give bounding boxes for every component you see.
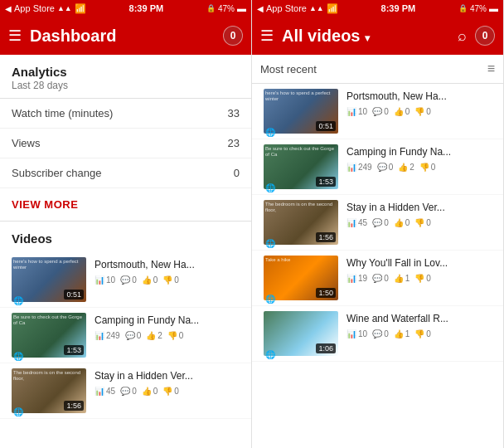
views-stat: 📊10 (346, 107, 367, 116)
right-lock-icon: 🔒 (458, 4, 468, 12)
filter-icon[interactable]: ≡ (487, 61, 495, 76)
video-title: Wine and Waterfall R... (346, 313, 492, 326)
video-stats: 📊10 💬0 👍0 👎0 (94, 275, 240, 285)
globe-icon: 🌐 (13, 407, 23, 416)
chart-icon: 📊 (346, 329, 356, 338)
comments-stat: 💬0 (372, 218, 389, 227)
left-notification-badge[interactable]: 0 (223, 26, 243, 46)
video-title: Portsmouth, New Ha... (94, 259, 240, 272)
view-more-button[interactable]: VIEW MORE (0, 188, 251, 222)
stat-views-value: 23 (228, 137, 240, 149)
globe-icon: 🌐 (265, 128, 275, 137)
right-header: ☰ All videos ▾ ⌕ 0 (252, 17, 503, 55)
video-duration: 1:50 (316, 288, 336, 298)
comment-icon: 💬 (372, 329, 382, 338)
dislikes-stat: 👎0 (167, 331, 184, 340)
right-appstore-label[interactable]: App Store (266, 3, 307, 13)
thumbnail-wrap: here's how to spend a perfect winter 0:5… (12, 257, 86, 302)
comment-icon: 💬 (377, 163, 387, 172)
left-header: ☰ Dashboard 0 (0, 17, 251, 55)
thumbdown-icon: 👎 (414, 329, 424, 338)
thumbnail-wrap: The bedroom is on the second floor, 1:56… (12, 368, 86, 413)
thumbup-icon: 👍 (394, 107, 404, 116)
comment-icon: 💬 (372, 107, 382, 116)
video-duration: 1:06 (316, 343, 336, 353)
left-battery-label: 47% (218, 4, 235, 13)
video-info: Stay in a Hidden Ver... 📊45 💬0 👍0 👎0 (346, 200, 492, 227)
most-recent-label: Most recent (260, 63, 317, 75)
video-info: Why You'll Fall in Lov... 📊19 💬0 👍1 👎0 (346, 256, 492, 283)
video-stats: 📊10 💬0 👍1 👎0 (346, 329, 492, 338)
left-panel: ◀ App Store ▲▲ 📶 8:39 PM 🔒 47% ▬ ☰ Dashb… (0, 0, 252, 448)
analytics-subtitle: Last 28 days (12, 80, 240, 91)
hamburger-icon[interactable]: ☰ (8, 27, 22, 45)
thumbnail-wrap: 1:06 🌐 (264, 311, 338, 356)
likes-stat: 👍0 (142, 387, 158, 396)
video-list-item[interactable]: The bedroom is on the second floor, 1:56… (252, 195, 503, 251)
right-header-title-text: All videos (282, 27, 360, 45)
video-duration: 1:53 (64, 345, 84, 355)
views-stat: 📊10 (94, 275, 115, 285)
left-time: 8:39 PM (129, 3, 164, 13)
thumbdown-icon: 👎 (167, 331, 177, 340)
dislikes-stat: 👎0 (162, 387, 179, 396)
comments-stat: 💬0 (372, 274, 389, 283)
dropdown-arrow-icon[interactable]: ▾ (365, 32, 370, 44)
video-duration: 1:56 (64, 401, 84, 411)
right-notification-badge[interactable]: 0 (475, 26, 495, 46)
video-list-item[interactable]: 1:06 🌐 Wine and Waterfall R... 📊10 💬0 👍1… (252, 306, 503, 362)
chart-icon: 📊 (94, 275, 104, 285)
video-stats: 📊10 💬0 👍0 👎0 (346, 107, 492, 116)
video-list-item[interactable]: Be sure to check out the Gorge of Ca 1:5… (0, 308, 251, 363)
video-info: Portsmouth, New Ha... 📊10 💬0 👍0 👎0 (346, 89, 492, 116)
chart-icon: 📊 (346, 163, 356, 172)
stat-subscriber-label: Subscriber change (12, 167, 101, 179)
thumbdown-icon: 👎 (414, 107, 424, 116)
right-wifi-icon: 📶 (327, 3, 338, 14)
video-duration: 1:53 (316, 177, 336, 187)
right-hamburger-icon[interactable]: ☰ (260, 27, 274, 45)
video-list-item[interactable]: The bedroom is on the second floor, 1:56… (0, 363, 251, 419)
video-list-item[interactable]: Be sure to check out the Gorge of Ca 1:5… (252, 139, 503, 195)
stat-watch-time: Watch time (minutes) 33 (0, 99, 251, 129)
chart-icon: 📊 (346, 274, 356, 283)
likes-stat: 👍2 (398, 163, 414, 172)
video-info: Portsmouth, New Ha... 📊10 💬0 👍0 👎0 (94, 257, 240, 285)
globe-icon: 🌐 (265, 183, 275, 192)
thumbup-icon: 👍 (142, 387, 152, 396)
video-stats: 📊45 💬0 👍0 👎0 (346, 218, 492, 227)
likes-stat: 👍0 (142, 275, 158, 285)
video-title: Stay in a Hidden Ver... (346, 202, 492, 215)
video-info: Stay in a Hidden Ver... 📊45 💬0 👍0 👎0 (94, 368, 240, 396)
right-battery-label: 47% (470, 4, 487, 13)
thumbdown-icon: 👎 (414, 218, 424, 227)
likes-stat: 👍0 (394, 107, 410, 116)
dislikes-stat: 👎0 (414, 329, 431, 338)
signal-icon: ▲▲ (57, 4, 72, 12)
search-icon[interactable]: ⌕ (458, 27, 467, 45)
dislikes-stat: 👎0 (414, 218, 431, 227)
left-appstore-label[interactable]: App Store (14, 3, 55, 13)
video-list-item[interactable]: Take a hike 1:50 🌐 Why You'll Fall in Lo… (252, 251, 503, 306)
video-info: Camping in Fundy Na... 📊249 💬0 👍2 👎0 (346, 144, 492, 172)
right-status-bar: ◀ App Store ▲▲ 📶 8:39 PM 🔒 47% ▬ (252, 0, 503, 17)
chart-icon: 📊 (94, 331, 104, 340)
video-list-item[interactable]: here's how to spend a perfect winter 0:5… (252, 84, 503, 139)
most-recent-bar: Most recent ≡ (252, 55, 503, 84)
stat-subscriber: Subscriber change 0 (0, 158, 251, 188)
video-title: Stay in a Hidden Ver... (94, 370, 240, 383)
thumbup-icon: 👍 (394, 329, 404, 338)
thumbup-icon: 👍 (146, 331, 156, 340)
battery-icon: ▬ (237, 3, 246, 13)
back-arrow-icon: ◀ (5, 4, 12, 13)
video-title: Portsmouth, New Ha... (346, 90, 492, 104)
video-stats: 📊45 💬0 👍0 👎0 (94, 387, 240, 396)
right-signal-icon: ▲▲ (309, 4, 324, 12)
video-list-item[interactable]: here's how to spend a perfect winter 0:5… (0, 252, 251, 308)
stat-views-label: Views (12, 137, 40, 149)
thumbnail-label: here's how to spend a perfect winter (13, 259, 84, 270)
video-title: Camping in Fundy Na... (94, 314, 240, 328)
left-header-title: Dashboard (30, 27, 215, 46)
dislikes-stat: 👎0 (162, 275, 179, 285)
comment-icon: 💬 (125, 331, 135, 340)
